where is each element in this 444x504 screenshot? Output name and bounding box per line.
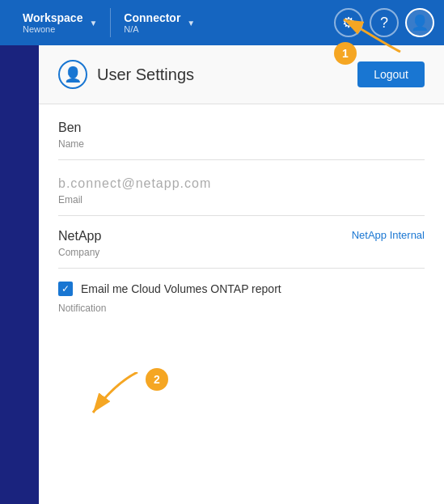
workspace-label: Workspace [23, 11, 82, 24]
help-icon-btn[interactable]: ? [370, 8, 399, 37]
workspace-sub-label: Newone [23, 24, 82, 34]
connector-selector[interactable]: Connector N/A ▼ [111, 11, 208, 34]
main-layout: 👤 User Settings Logout Ben Name b.connec… [0, 45, 444, 504]
connector-sub-label: N/A [124, 24, 180, 34]
connector-chevron-icon: ▼ [187, 19, 195, 28]
notification-label: Notification [58, 303, 425, 324]
connector-label: Connector [124, 11, 180, 24]
navbar: Workspace Newone ▼ Connector N/A ▼ ⚙ ? 👤 [0, 0, 444, 45]
settings-title: User Settings [97, 66, 194, 84]
name-field-section: Ben Name [39, 104, 444, 159]
workspace-selector[interactable]: Workspace Newone ▼ [10, 11, 110, 34]
name-label: Name [58, 138, 425, 159]
notification-checkbox-row: ✓ Email me Cloud Volumes ONTAP report [58, 282, 425, 296]
notification-section: ✓ Email me Cloud Volumes ONTAP report No… [39, 269, 444, 324]
company-link[interactable]: NetApp Internal [352, 229, 425, 241]
connector-label-group: Connector N/A [124, 11, 180, 34]
logout-button[interactable]: Logout [357, 61, 425, 87]
email-field-section: b.connect@netapp.com Email [39, 160, 444, 215]
email-report-label: Email me Cloud Volumes ONTAP report [81, 282, 281, 295]
settings-panel: 👤 User Settings Logout Ben Name b.connec… [39, 45, 444, 504]
settings-header: 👤 User Settings Logout [39, 45, 444, 104]
name-value: Ben [58, 121, 425, 138]
annotation-badge-1: 1 [334, 42, 357, 65]
company-label: Company [58, 247, 425, 268]
annotation-badge-2: 2 [146, 368, 168, 391]
company-section: NetApp Internal NetApp Company [39, 216, 444, 268]
nav-icons-group: ⚙ ? 👤 [334, 8, 434, 37]
settings-icon-btn[interactable]: ⚙ [334, 8, 363, 37]
sidebar [0, 45, 39, 504]
email-value: b.connect@netapp.com [58, 176, 425, 194]
workspace-label-group: Workspace Newone [23, 11, 82, 34]
settings-title-group: 👤 User Settings [58, 60, 194, 89]
user-settings-icon: 👤 [58, 60, 87, 89]
email-label: Email [58, 194, 425, 215]
user-profile-icon-btn[interactable]: 👤 [405, 8, 434, 37]
main-content: 👤 User Settings Logout Ben Name b.connec… [39, 45, 444, 504]
email-report-checkbox[interactable]: ✓ [58, 282, 73, 296]
workspace-chevron-icon: ▼ [89, 19, 97, 28]
